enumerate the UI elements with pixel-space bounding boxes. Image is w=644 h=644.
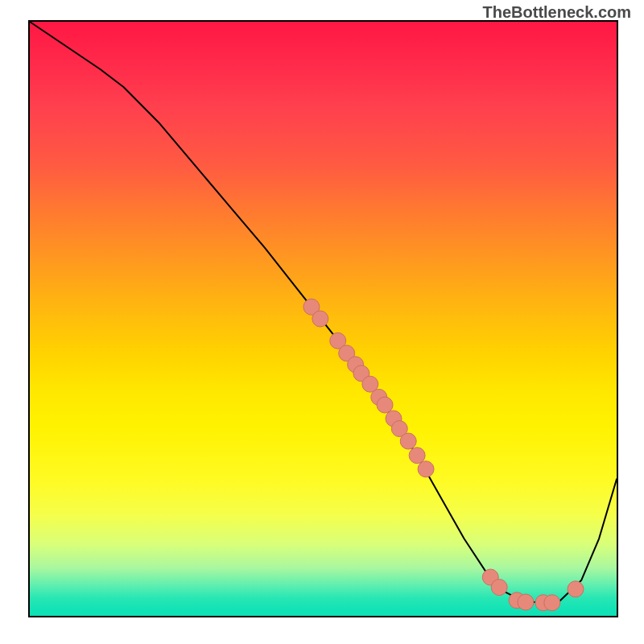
curve-marker xyxy=(544,595,560,611)
curve-marker xyxy=(312,311,328,327)
curve-marker xyxy=(418,461,434,477)
curve-markers xyxy=(303,299,584,611)
curve-marker xyxy=(491,580,507,596)
curve-marker xyxy=(400,433,416,449)
curve-marker xyxy=(518,594,534,610)
attribution-text: TheBottleneck.com xyxy=(483,3,631,22)
curve-marker xyxy=(409,448,425,464)
curve-marker xyxy=(568,581,584,597)
curve-marker xyxy=(377,397,393,413)
chart-overlay-svg xyxy=(30,22,617,616)
